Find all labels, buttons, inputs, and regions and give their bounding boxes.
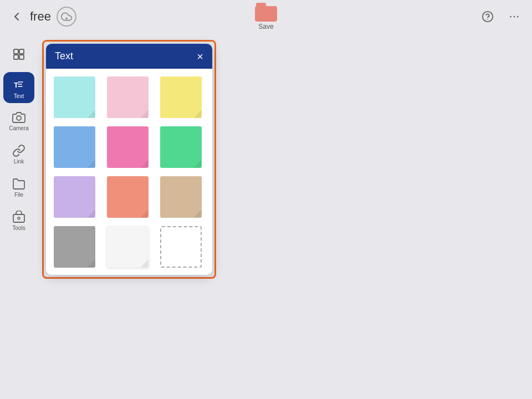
sticker-gray[interactable] [52, 224, 97, 269]
dialog-body [46, 69, 212, 275]
top-bar: free Save [0, 0, 532, 33]
more-button[interactable] [505, 8, 523, 25]
sidebar-item-text[interactable]: T Text [3, 72, 34, 103]
svg-point-11 [17, 116, 21, 120]
sidebar-item-layout[interactable] [3, 39, 34, 70]
save-button[interactable]: Save [255, 3, 277, 30]
save-label: Save [258, 23, 273, 30]
svg-rect-8 [19, 55, 24, 59]
sticker-tan[interactable] [158, 174, 203, 219]
dialog-title: Text [55, 50, 73, 62]
svg-rect-5 [14, 49, 18, 54]
text-icon: T [11, 76, 27, 92]
sidebar-item-file[interactable]: File [3, 172, 34, 203]
app-title: free [30, 9, 51, 24]
svg-point-13 [18, 217, 20, 219]
sticker-blue[interactable] [52, 124, 97, 170]
sticky-note-hotpink [107, 126, 149, 168]
sticker-yellow[interactable] [158, 74, 203, 120]
link-icon [12, 144, 25, 157]
svg-point-2 [510, 16, 511, 18]
sticker-grid [52, 74, 207, 269]
main-content: Text × [38, 33, 532, 399]
tools-icon [12, 211, 25, 224]
sidebar-tools-label: Tools [12, 225, 25, 231]
sticker-dashed[interactable] [158, 224, 203, 269]
sticky-note-tan [160, 176, 202, 218]
sticker-pink[interactable] [105, 74, 150, 120]
sidebar-file-label: File [14, 192, 23, 198]
svg-rect-6 [19, 49, 24, 54]
sidebar-item-link[interactable]: Link [3, 139, 34, 170]
sticky-note-dashed [160, 226, 202, 268]
folder-icon [255, 3, 277, 22]
sticky-note-white [107, 226, 149, 268]
sticky-note-cyan [54, 76, 95, 118]
sticky-note-pink [107, 76, 149, 118]
svg-rect-7 [14, 55, 18, 59]
sidebar-item-tools[interactable]: Tools [3, 205, 34, 236]
layout-icon [12, 48, 25, 61]
sticker-green[interactable] [158, 124, 203, 170]
svg-rect-12 [13, 214, 24, 222]
svg-point-3 [514, 16, 515, 18]
sticky-note-blue [54, 126, 95, 168]
help-button[interactable] [479, 8, 497, 25]
sticker-lavender[interactable] [52, 174, 97, 219]
sidebar-link-label: Link [14, 158, 24, 165]
back-button[interactable] [9, 9, 24, 24]
dialog-header: Text × [46, 44, 212, 69]
sidebar-text-label: Text [14, 93, 24, 99]
sticker-hotpink[interactable] [105, 124, 150, 170]
sticky-note-green [160, 126, 202, 168]
text-dialog: Text × [46, 44, 212, 275]
sticky-note-gray [54, 226, 95, 268]
sticky-note-lavender [54, 176, 95, 218]
sticker-white[interactable] [105, 224, 150, 269]
sidebar-camera-label: Camera [9, 125, 29, 131]
cloud-button[interactable] [57, 7, 76, 27]
dialog-close-button[interactable]: × [197, 51, 203, 62]
svg-point-1 [487, 19, 488, 20]
svg-point-4 [517, 16, 519, 18]
sticky-note-salmon [107, 176, 149, 218]
sidebar-item-camera[interactable]: Camera [3, 105, 34, 136]
svg-text:T: T [14, 81, 18, 89]
file-icon [12, 177, 25, 191]
sidebar: T Text Camera Link [0, 33, 38, 399]
sticker-cyan[interactable] [52, 74, 97, 120]
sticker-salmon[interactable] [105, 174, 150, 219]
sticky-note-yellow [160, 76, 202, 118]
top-bar-left: free [9, 7, 76, 27]
top-bar-right [479, 8, 523, 25]
camera-icon [12, 111, 25, 124]
top-bar-center: Save [255, 3, 277, 30]
